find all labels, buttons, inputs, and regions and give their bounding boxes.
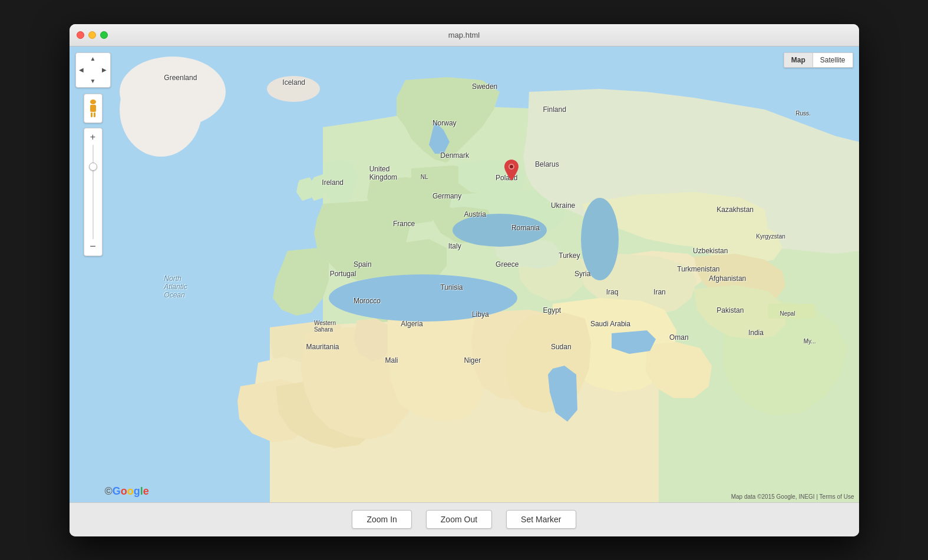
sv-body: [90, 105, 96, 112]
zoom-in-button[interactable]: Zoom In: [352, 510, 411, 529]
zoom-thumb[interactable]: [89, 163, 97, 171]
map-type-toggle: Map Satellite: [784, 52, 853, 68]
set-marker-button[interactable]: Set Marker: [506, 510, 576, 529]
map-controls: ▲ ◀ ▶ ▼: [75, 52, 111, 256]
zoom-slider: + −: [84, 128, 103, 256]
pan-up-button[interactable]: ▲: [87, 53, 98, 64]
pan-down-button[interactable]: ▼: [87, 75, 98, 87]
svg-point-6: [329, 274, 517, 322]
pan-right-button[interactable]: ▶: [98, 64, 110, 75]
street-view-button[interactable]: [84, 94, 103, 123]
svg-point-8: [581, 198, 619, 280]
map-svg: [70, 47, 859, 502]
svg-point-3: [267, 76, 320, 102]
main-content: Greenland Iceland Sweden Finland Norway …: [70, 47, 859, 536]
street-view-figure: [88, 100, 98, 117]
google-logo: ©Google: [105, 485, 149, 498]
maximize-button[interactable]: [100, 31, 108, 39]
minimize-button[interactable]: [88, 31, 96, 39]
zoom-plus-button[interactable]: +: [85, 131, 101, 144]
traffic-lights: [77, 31, 108, 39]
zoom-minus-bottom-button[interactable]: −: [85, 240, 101, 253]
svg-point-7: [453, 214, 547, 247]
svg-point-10: [510, 165, 513, 168]
map-area[interactable]: Greenland Iceland Sweden Finland Norway …: [70, 47, 859, 502]
sv-leg-left: [91, 112, 93, 117]
close-button[interactable]: [77, 31, 84, 39]
map-marker[interactable]: [504, 160, 519, 183]
footer: Zoom In Zoom Out Set Marker: [70, 502, 859, 536]
sv-head: [90, 100, 96, 104]
pan-left-button[interactable]: ◀: [76, 64, 87, 75]
titlebar: map.html: [70, 24, 859, 47]
zoom-track: [93, 145, 94, 239]
window-title: map.html: [448, 31, 480, 39]
sv-leg-right: [94, 112, 95, 117]
svg-point-2: [120, 62, 202, 157]
svg-rect-5: [768, 304, 815, 319]
map-type-satellite-button[interactable]: Satellite: [813, 53, 853, 67]
app-window: map.html: [70, 24, 859, 536]
map-type-map-button[interactable]: Map: [784, 53, 813, 67]
zoom-out-button[interactable]: Zoom Out: [426, 510, 492, 529]
pan-control: ▲ ◀ ▶ ▼: [75, 52, 111, 88]
map-copyright: Map data ©2015 Google, INEGI | Terms of …: [731, 493, 854, 500]
sv-legs: [91, 112, 95, 117]
